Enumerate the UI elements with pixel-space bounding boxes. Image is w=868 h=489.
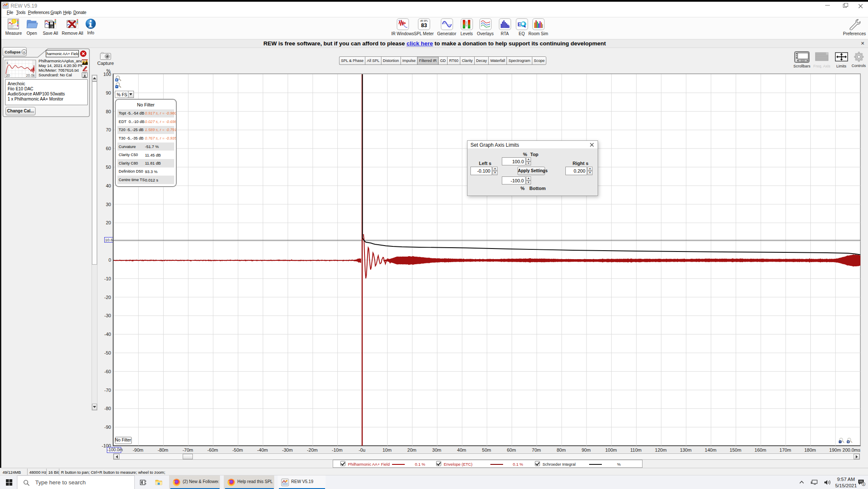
svg-text:1: 1 bbox=[6, 61, 8, 65]
svg-text:1: 1 bbox=[862, 482, 864, 486]
svg-text:83: 83 bbox=[421, 22, 427, 28]
svg-text:dB SPL: dB SPL bbox=[420, 20, 428, 22]
svg-text:OVER: OVER bbox=[465, 21, 467, 27]
